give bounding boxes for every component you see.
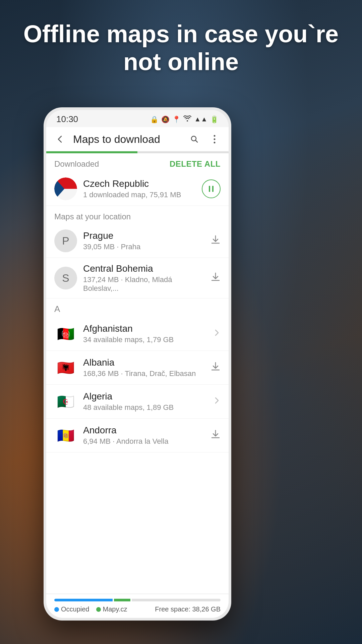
list-item-albania[interactable]: 🇦🇱 Albania 168,36 MB · Tirana, Drač, Elb… bbox=[46, 351, 229, 385]
algeria-flag: 🇩🇿 bbox=[54, 390, 77, 413]
downloaded-label: Downloaded bbox=[54, 159, 99, 169]
lock-icon: 🔒 bbox=[150, 115, 159, 123]
content-area: Downloaded DELETE ALL bbox=[46, 153, 229, 594]
app-bar-title: Maps to download bbox=[73, 133, 182, 146]
storage-mapy-bar bbox=[114, 599, 131, 601]
czech-republic-name: Czech Republic bbox=[83, 178, 196, 189]
czech-republic-flag bbox=[54, 177, 77, 200]
list-item-afghanistan[interactable]: 🇦🇫 Afghanistan 34 available maps, 1,79 G… bbox=[46, 317, 229, 351]
battery-icon: 🔋 bbox=[210, 115, 219, 123]
delete-all-button[interactable]: DELETE ALL bbox=[170, 159, 221, 169]
location-icon: 📍 bbox=[172, 115, 181, 123]
list-item-czech-republic[interactable]: Czech Republic 1 downloaded map, 75,91 M… bbox=[46, 172, 229, 206]
phone-frame: 10:30 🔒 🔕 📍 ▲▲ 🔋 bbox=[44, 107, 231, 621]
occupied-dot bbox=[54, 607, 59, 612]
albania-flag: 🇦🇱 bbox=[54, 356, 77, 379]
andorra-sub: 6,94 MB · Andorra la Vella bbox=[83, 437, 204, 446]
list-item-andorra[interactable]: 🇦🇩 Andorra 6,94 MB · Andorra la Vella bbox=[46, 419, 229, 452]
footer: Occupied Mapy.cz Free space: 38,26 GB bbox=[46, 594, 229, 618]
albania-name: Albania bbox=[83, 357, 204, 368]
phone-screen: 10:30 🔒 🔕 📍 ▲▲ 🔋 bbox=[46, 110, 229, 618]
andorra-text: Andorra 6,94 MB · Andorra la Vella bbox=[83, 425, 204, 446]
prague-sub: 39,05 MB · Praha bbox=[83, 243, 204, 251]
chevron-icon-algeria[interactable] bbox=[213, 396, 221, 407]
download-icon-andorra[interactable] bbox=[210, 429, 221, 442]
mapy-dot bbox=[96, 607, 101, 612]
afghanistan-flag: 🇦🇫 bbox=[54, 322, 77, 345]
download-icon-albania[interactable] bbox=[210, 361, 221, 374]
more-button[interactable] bbox=[207, 132, 222, 147]
status-icons: 🔒 🔕 📍 ▲▲ 🔋 bbox=[150, 115, 219, 123]
footer-labels: Occupied Mapy.cz Free space: 38,26 GB bbox=[54, 605, 221, 613]
storage-free-bar bbox=[132, 599, 221, 601]
prague-name: Prague bbox=[83, 230, 204, 241]
afghanistan-sub: 34 available maps, 1,79 GB bbox=[83, 335, 206, 344]
afghanistan-text: Afghanistan 34 available maps, 1,79 GB bbox=[83, 323, 206, 344]
svg-point-2 bbox=[214, 139, 216, 140]
location-section-label: Maps at your location bbox=[46, 206, 229, 224]
pause-button-czech[interactable] bbox=[202, 179, 221, 198]
legend-occupied: Occupied bbox=[54, 605, 89, 613]
storage-occupied-bar bbox=[54, 599, 113, 601]
algeria-name: Algeria bbox=[83, 391, 206, 402]
list-item-central-bohemia[interactable]: S Central Bohemia 137,24 MB · Kladno, Ml… bbox=[46, 258, 229, 299]
andorra-flag: 🇦🇩 bbox=[54, 424, 77, 447]
wifi-icon bbox=[183, 115, 191, 123]
search-button[interactable] bbox=[187, 132, 202, 147]
algeria-text: Algeria 48 available maps, 1,89 GB bbox=[83, 391, 206, 412]
afghanistan-name: Afghanistan bbox=[83, 323, 206, 334]
mapy-label: Mapy.cz bbox=[103, 605, 127, 613]
headline-text: Offline maps in case you`re not online bbox=[20, 20, 342, 76]
downloaded-section-header: Downloaded DELETE ALL bbox=[46, 153, 229, 172]
download-icon-central-bohemia[interactable] bbox=[210, 272, 221, 284]
footer-legend: Occupied Mapy.cz bbox=[54, 605, 127, 613]
central-bohemia-name: Central Bohemia bbox=[83, 263, 204, 274]
storage-bar bbox=[54, 599, 221, 601]
alpha-section-a: A bbox=[46, 299, 229, 317]
app-bar: Maps to download bbox=[46, 127, 229, 151]
status-bar: 10:30 🔒 🔕 📍 ▲▲ 🔋 bbox=[46, 110, 229, 127]
svg-point-1 bbox=[214, 135, 216, 137]
list-item-algeria[interactable]: 🇩🇿 Algeria 48 available maps, 1,89 GB bbox=[46, 385, 229, 419]
headline-container: Offline maps in case you`re not online bbox=[0, 20, 362, 76]
list-item-prague[interactable]: P Prague 39,05 MB · Praha bbox=[46, 224, 229, 258]
occupied-label: Occupied bbox=[61, 605, 89, 613]
albania-sub: 168,36 MB · Tirana, Drač, Elbasan bbox=[83, 369, 204, 378]
czech-republic-sub: 1 downloaded map, 75,91 MB bbox=[83, 191, 196, 199]
legend-mapy: Mapy.cz bbox=[96, 605, 127, 613]
svg-point-3 bbox=[214, 142, 216, 144]
free-space-label: Free space: 38,26 GB bbox=[155, 605, 221, 613]
prague-letter: P bbox=[54, 229, 77, 252]
central-bohemia-text: Central Bohemia 137,24 MB · Kladno, Mlad… bbox=[83, 263, 204, 293]
czech-republic-text: Czech Republic 1 downloaded map, 75,91 M… bbox=[83, 178, 196, 199]
central-bohemia-sub: 137,24 MB · Kladno, Mladá Boleslav,... bbox=[83, 275, 204, 293]
chevron-icon-afghanistan[interactable] bbox=[213, 328, 221, 339]
status-time: 10:30 bbox=[56, 114, 78, 124]
svg-rect-8 bbox=[209, 186, 210, 192]
andorra-name: Andorra bbox=[83, 425, 204, 436]
svg-rect-9 bbox=[212, 186, 214, 192]
prague-text: Prague 39,05 MB · Praha bbox=[83, 230, 204, 251]
download-icon-prague[interactable] bbox=[210, 234, 221, 247]
mute-icon: 🔕 bbox=[161, 115, 170, 123]
central-bohemia-letter: S bbox=[54, 267, 77, 289]
signal-icon: ▲▲ bbox=[194, 115, 207, 123]
albania-text: Albania 168,36 MB · Tirana, Drač, Elbasa… bbox=[83, 357, 204, 378]
back-button[interactable] bbox=[53, 132, 68, 147]
algeria-sub: 48 available maps, 1,89 GB bbox=[83, 403, 206, 412]
